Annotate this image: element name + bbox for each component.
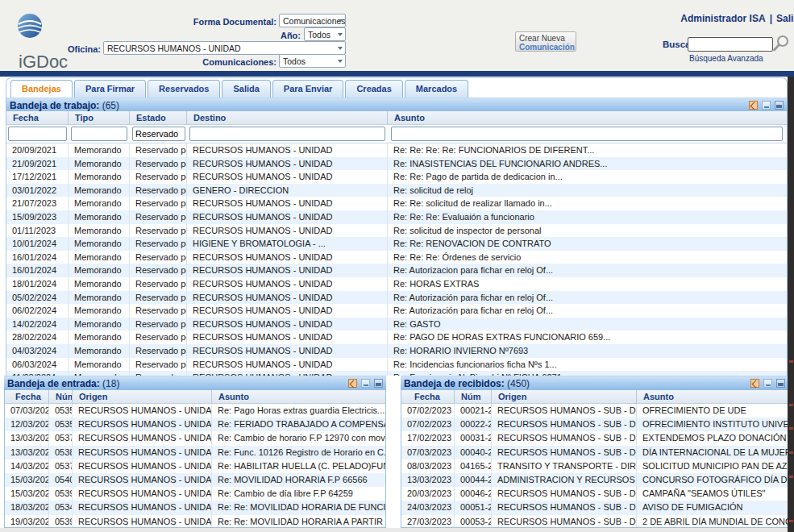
tab-para-firmar[interactable]: Para Firmar bbox=[74, 80, 146, 98]
filter-fecha-input[interactable] bbox=[8, 127, 67, 141]
cell-num: 05350- bbox=[49, 418, 73, 431]
filter-estado-input[interactable] bbox=[132, 127, 185, 141]
table-row[interactable]: 14/02/2024MemorandoReservado por:RECURSO… bbox=[6, 318, 787, 331]
maximize-icon[interactable] bbox=[776, 379, 785, 388]
table-row[interactable]: 07/02/202300021-2RECURSOS HUMANOS - SUB … bbox=[401, 404, 788, 418]
cell-fecha: 20/09/2021 bbox=[6, 143, 69, 157]
export-popout-icon[interactable] bbox=[348, 379, 357, 388]
cell-tipo: Memorando bbox=[69, 344, 130, 358]
logo-wordmark: iGDoc bbox=[19, 52, 68, 73]
table-row[interactable]: 01/11/2023MemorandoReservado por:RECURSO… bbox=[6, 224, 787, 238]
cell-fecha: 07/02/2023 bbox=[401, 418, 455, 431]
tab-bandejas[interactable]: Bandejas bbox=[10, 80, 73, 98]
table-row[interactable]: 12/03/202405350-RECURSOS HUMANOS - UNIDA… bbox=[5, 418, 385, 431]
table-row[interactable]: 20/09/2021MemorandoReservado por:RECURSO… bbox=[6, 143, 787, 157]
cell-asunto: Re: Re: Pago de partida de dedicacion in… bbox=[388, 170, 783, 184]
table-row[interactable]: 17/12/2021MemorandoReservado por:RECURSO… bbox=[6, 170, 787, 184]
table-row[interactable]: 19/03/202405394-RECURSOS HUMANOS - UNIDA… bbox=[5, 515, 385, 528]
tab-creadas[interactable]: Creadas bbox=[345, 80, 402, 98]
table-row[interactable]: 20/03/202300046-2RECURSOS HUMANOS - SUB … bbox=[401, 487, 788, 501]
table-row[interactable]: 13/03/202405382-RECURSOS HUMANOS - UNIDA… bbox=[5, 446, 385, 459]
cell-asunto: Re: MOVILIDAD HORARIA F.P 66566 bbox=[212, 473, 385, 487]
cell-num: 05382- bbox=[49, 446, 73, 459]
export-popout-icon[interactable] bbox=[749, 101, 758, 110]
table-row[interactable]: 24/03/202300051-2RECURSOS HUMANOS - SUB … bbox=[401, 501, 788, 514]
table-row[interactable]: 07/03/202300040-2RECURSOS HUMANOS - SUB … bbox=[401, 446, 788, 459]
tab-marcados[interactable]: Marcados bbox=[405, 80, 468, 98]
cell-fecha: 10/01/2024 bbox=[6, 237, 69, 251]
col-num[interactable]: Núm bbox=[455, 390, 492, 404]
maximize-icon[interactable] bbox=[775, 101, 784, 110]
cell-asunto: Re: Re: MOVILIDAD HORARIA A PARTIR DEL D… bbox=[212, 515, 385, 528]
search-input[interactable] bbox=[688, 37, 773, 52]
minimize-icon[interactable] bbox=[361, 379, 370, 388]
cell-asunto: Re: Func. 10126 Registro de Horario en C… bbox=[212, 446, 385, 459]
table-row[interactable]: 07/02/202300022-2RECURSOS HUMANOS - SUB … bbox=[401, 418, 788, 431]
table-row[interactable]: 28/02/2024MemorandoReservado por:RECURSO… bbox=[6, 330, 787, 344]
table-row[interactable]: 10/01/2024MemorandoReservado por:HIGIENE… bbox=[6, 237, 787, 251]
table-row[interactable]: 03/01/2022MemorandoReservado por:GENERO … bbox=[6, 184, 787, 197]
cell-fecha: 06/02/2024 bbox=[6, 304, 69, 318]
cell-origen: RECURSOS HUMANOS - SUB - DIRECCION bbox=[492, 487, 637, 501]
minimize-icon[interactable] bbox=[763, 379, 772, 388]
col-asunto[interactable]: Asunto bbox=[388, 111, 787, 125]
advanced-search-link[interactable]: Búsqueda Avanzada bbox=[689, 54, 763, 63]
col-origen[interactable]: Origen bbox=[73, 390, 212, 404]
table-row[interactable]: 21/09/2021MemorandoReservado por:RECURSO… bbox=[6, 157, 787, 171]
col-asunto[interactable]: Asunto bbox=[637, 390, 788, 404]
col-fecha[interactable]: Fecha bbox=[5, 390, 49, 404]
col-tipo[interactable]: Tipo bbox=[69, 111, 130, 125]
table-row[interactable]: 14/03/202405378-RECURSOS HUMANOS - UNIDA… bbox=[5, 459, 385, 473]
table-row[interactable]: 06/03/2024MemorandoReservado por:RECURSO… bbox=[6, 358, 787, 372]
table-row[interactable]: 15/03/202405402-RECURSOS HUMANOS - UNIDA… bbox=[5, 473, 385, 487]
maximize-icon[interactable] bbox=[374, 379, 383, 388]
table-row[interactable]: 15/03/202405395-RECURSOS HUMANOS - UNIDA… bbox=[5, 487, 385, 501]
table-row[interactable]: 21/07/2023MemorandoReservado por:RECURSO… bbox=[6, 197, 787, 210]
table-row[interactable]: 18/03/202405349-RECURSOS HUMANOS - UNIDA… bbox=[5, 501, 385, 514]
table-row[interactable]: 16/01/2024MemorandoReservado por:RECURSO… bbox=[6, 264, 787, 277]
tab-salida[interactable]: Salida bbox=[222, 80, 270, 98]
table-row[interactable]: 18/01/2024MemorandoReservado por:RECURSO… bbox=[6, 277, 787, 291]
table-row[interactable]: 16/01/2024MemorandoReservado por:RECURSO… bbox=[6, 251, 787, 264]
anio-select[interactable]: Todos bbox=[304, 27, 346, 41]
table-row[interactable]: 06/02/2024MemorandoReservado por:RECURSO… bbox=[6, 304, 787, 318]
table-row[interactable]: 07/03/202405351-RECURSOS HUMANOS - UNIDA… bbox=[5, 404, 385, 418]
cell-tipo: Memorando bbox=[69, 264, 130, 277]
filter-destino-input[interactable] bbox=[189, 127, 385, 141]
col-fecha[interactable]: Fecha bbox=[6, 111, 69, 125]
col-origen[interactable]: Origen bbox=[492, 390, 637, 404]
table-row[interactable]: 13/03/202300044-2ADMINISTRACION Y RECURS… bbox=[401, 473, 788, 487]
col-destino[interactable]: Destino bbox=[187, 111, 388, 125]
igdoc-logo[interactable]: iGDoc bbox=[11, 11, 68, 68]
table-row[interactable]: 04/03/2024MemorandoReservado por:RECURSO… bbox=[6, 344, 787, 358]
table-row[interactable]: 13/03/202405377-RECURSOS HUMANOS - UNIDA… bbox=[5, 431, 385, 445]
oficina-select[interactable]: RECURSOS HUMANOS - UNIDAD bbox=[103, 41, 346, 55]
table-row[interactable]: 17/02/202300031-2RECURSOS HUMANOS - SUB … bbox=[401, 431, 788, 445]
table-row[interactable]: 08/03/202304165-2TRANSITO Y TRANSPORTE -… bbox=[401, 459, 788, 473]
filter-tipo-input[interactable] bbox=[71, 127, 127, 141]
cell-num: 05394- bbox=[49, 515, 73, 528]
export-popout-icon[interactable] bbox=[750, 379, 759, 388]
window-edge-scrollbar[interactable] bbox=[788, 77, 794, 532]
forma-documental-select[interactable]: Comunicaciones bbox=[279, 14, 346, 27]
create-communication-button[interactable]: Crear Nueva Comunicación bbox=[515, 31, 576, 52]
cell-fecha: 17/02/2023 bbox=[401, 431, 455, 445]
col-fecha[interactable]: Fecha bbox=[401, 390, 455, 404]
cell-asunto: Re: HORAS EXTRAS bbox=[388, 277, 783, 291]
tab-reservados[interactable]: Reservados bbox=[148, 80, 220, 98]
table-row[interactable]: 15/09/2023MemorandoReservado por:RECURSO… bbox=[6, 210, 787, 224]
cell-fecha: 05/02/2024 bbox=[6, 291, 69, 305]
logout-link[interactable]: Salir bbox=[776, 13, 794, 24]
col-asunto[interactable]: Asunto bbox=[212, 390, 385, 404]
col-num[interactable]: Núm bbox=[49, 390, 73, 404]
table-row[interactable]: 05/02/2024MemorandoReservado por:RECURSO… bbox=[6, 291, 787, 305]
cell-origen: RECURSOS HUMANOS - UNIDAD bbox=[73, 446, 212, 459]
minimize-icon[interactable] bbox=[762, 101, 771, 110]
search-icon[interactable] bbox=[771, 34, 791, 53]
cell-destino: RECURSOS HUMANOS - UNIDAD bbox=[187, 318, 388, 331]
col-estado[interactable]: Estado bbox=[130, 111, 187, 125]
tab-para-enviar[interactable]: Para Enviar bbox=[272, 80, 344, 98]
table-row[interactable]: 27/03/202300053-2RECURSOS HUMANOS - SUB … bbox=[401, 515, 788, 528]
filter-asunto-input[interactable] bbox=[391, 127, 783, 141]
comunicaciones-select[interactable]: Todos bbox=[279, 54, 346, 68]
